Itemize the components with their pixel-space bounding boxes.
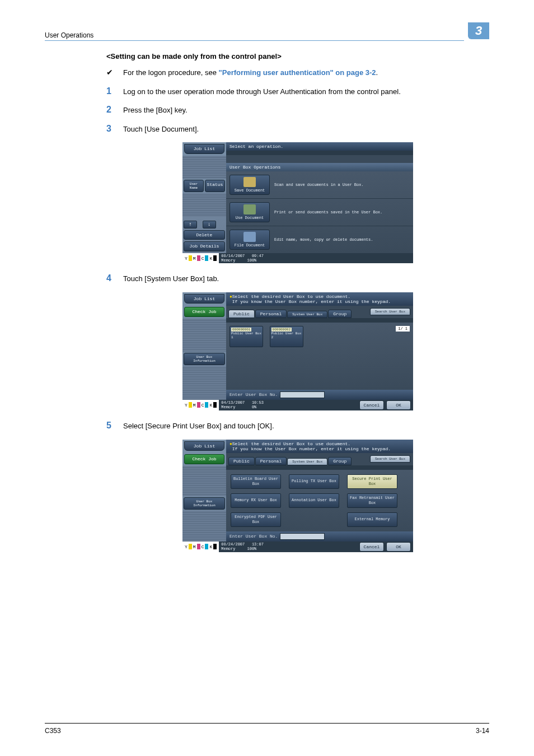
ok-button-3[interactable]: OK xyxy=(386,542,411,552)
header-rule xyxy=(45,40,464,41)
box-item-2[interactable]: 000000002 Public User Box 2 xyxy=(270,326,303,347)
chapter-number: 3 xyxy=(468,22,489,39)
message-bar: Select an operation. xyxy=(226,142,413,151)
step-text-2: Press the [Box] key. xyxy=(123,105,188,116)
toner-indicator: Y M C K xyxy=(182,253,219,263)
box-number-input-3[interactable] xyxy=(280,533,325,540)
user-box-info-btn-3[interactable]: User Box Information xyxy=(184,497,225,510)
status-footer: 08/14/2007 09:47Memory 100% xyxy=(219,253,413,263)
save-doc-label: Save Document xyxy=(235,188,265,193)
cancel-button-2[interactable]: Cancel xyxy=(359,400,384,410)
tab-public[interactable]: Public xyxy=(228,310,255,318)
box1-name: Public User Box 1 xyxy=(231,332,261,339)
tab-personal-3[interactable]: Personal xyxy=(255,457,287,465)
save-desc: Scan and save documents in a User Box. xyxy=(274,183,364,187)
footer-model: C353 xyxy=(45,727,61,735)
section-subtitle: <Setting can be made only from the contr… xyxy=(106,52,489,60)
step-text-3: Touch [Use Document]. xyxy=(123,124,199,135)
job-details-btn[interactable]: Job Details xyxy=(184,241,225,251)
step-text-4: Touch [System User Box] tab. xyxy=(123,273,219,284)
user-box-info-btn[interactable]: User Box Information xyxy=(184,353,225,365)
tab-public-3[interactable]: Public xyxy=(228,457,255,465)
step-num-3: 3 xyxy=(106,124,123,134)
bullet-post: . xyxy=(376,68,378,77)
box-number-input[interactable] xyxy=(280,391,325,398)
status-footer-2: 04/13/2007 10:53Memory 0% Cancel OK xyxy=(219,400,413,411)
screenshot-3: Job List Check Job User Box Information … xyxy=(182,440,413,553)
user-name-btn[interactable]: User Name xyxy=(184,180,204,192)
encrypted-pdf-btn[interactable]: Encrypted PDF User Box xyxy=(231,512,281,527)
tab-group-3[interactable]: Group xyxy=(328,457,352,465)
bullet-text: For the logon procedure, see "Performing… xyxy=(123,67,378,78)
status-footer-3: 08/24/2007 13:07Memory 100% Cancel OK xyxy=(219,542,413,553)
hint-bar-3: ●Select the desired User Box to use docu… xyxy=(226,440,413,453)
tab-personal[interactable]: Personal xyxy=(255,310,287,318)
cancel-button-3[interactable]: Cancel xyxy=(359,542,384,552)
job-list-tab-3[interactable]: Job List xyxy=(184,441,224,451)
step-num-4: 4 xyxy=(106,273,123,283)
box1-num: 000000001 xyxy=(231,328,251,332)
save-document-btn[interactable]: Save Document xyxy=(229,175,270,195)
ok-button-2[interactable]: OK xyxy=(386,400,411,410)
file-desc: Edit name, move, copy or delete document… xyxy=(274,237,373,242)
file-document-btn[interactable]: File Document xyxy=(229,230,270,250)
use-document-btn[interactable]: Use Document xyxy=(229,202,270,222)
use-icon xyxy=(243,204,256,214)
up-arrow-btn[interactable]: ↑ xyxy=(184,221,197,228)
delete-btn[interactable]: Delete xyxy=(184,230,225,240)
bullet-pre: For the logon procedure, see xyxy=(123,68,219,77)
step-text-1: Log on to the user operation mode throug… xyxy=(123,86,401,97)
tab-group[interactable]: Group xyxy=(328,310,352,318)
running-header: User Operations xyxy=(45,31,93,39)
page-indicator: 1/ 1 xyxy=(396,326,410,332)
bulletin-board-btn[interactable]: Bulletin Board User Box xyxy=(231,474,281,489)
enter-box-label-3: Enter User Box No. xyxy=(229,534,278,539)
polling-tx-btn[interactable]: Polling TX User Box xyxy=(289,474,339,489)
tab-system-3[interactable]: System User Box xyxy=(287,458,327,465)
job-list-tab-2[interactable]: Job List xyxy=(184,294,224,304)
secure-print-btn[interactable]: Secure Print User Box xyxy=(347,474,397,489)
check-job-btn[interactable]: Check Job xyxy=(184,307,224,317)
box2-name: Public User Box 2 xyxy=(271,332,302,339)
footer-pagenum: 3-14 xyxy=(476,727,489,735)
user-box-ops-header: User Box Operations xyxy=(226,163,413,171)
job-list-tab[interactable]: Job List xyxy=(184,144,224,154)
external-memory-btn[interactable]: External Memory xyxy=(347,512,397,527)
step-num-5: 5 xyxy=(106,421,123,431)
fax-retransmit-btn[interactable]: Fax Retransmit User Box xyxy=(347,493,397,508)
toner-indicator-3: Y M C K xyxy=(182,542,219,553)
save-icon xyxy=(243,177,256,187)
hint-bar-2: ●Select the desired User Box to use docu… xyxy=(226,292,413,306)
toner-indicator-2: Y M C K xyxy=(182,400,219,411)
tab-search[interactable]: Search User Box xyxy=(370,308,410,315)
step-num-2: 2 xyxy=(106,105,123,115)
screenshot-1: Job List User Name Status ↑ ↓ Delete Job… xyxy=(182,142,413,263)
status-btn[interactable]: Status xyxy=(205,180,225,192)
screenshot-2: Job List Check Job User Box Information … xyxy=(182,292,413,411)
step-text-5: Select [Secure Print User Box] and touch… xyxy=(123,421,274,432)
file-doc-label: File Document xyxy=(235,243,265,248)
tab-search-3[interactable]: Search User Box xyxy=(370,455,410,463)
xref-link[interactable]: "Performing user authentication" on page… xyxy=(219,68,376,77)
use-desc: Print or send documents saved in the Use… xyxy=(274,210,382,214)
annotation-btn[interactable]: Annotation User Box xyxy=(289,493,339,508)
box2-num: 000000002 xyxy=(271,328,292,332)
use-doc-label: Use Document xyxy=(236,216,264,220)
memory-rx-btn[interactable]: Memory RX User Box xyxy=(231,493,281,508)
down-arrow-btn[interactable]: ↓ xyxy=(203,221,216,228)
file-icon xyxy=(243,232,256,242)
enter-box-label: Enter User Box No. xyxy=(229,392,278,397)
check-job-btn-3[interactable]: Check Job xyxy=(184,454,224,464)
tab-system[interactable]: System User Box xyxy=(287,311,327,318)
check-bullet: ✔ xyxy=(106,68,123,77)
step-num-1: 1 xyxy=(106,86,123,96)
box-item-1[interactable]: 000000001 Public User Box 1 xyxy=(229,326,263,347)
